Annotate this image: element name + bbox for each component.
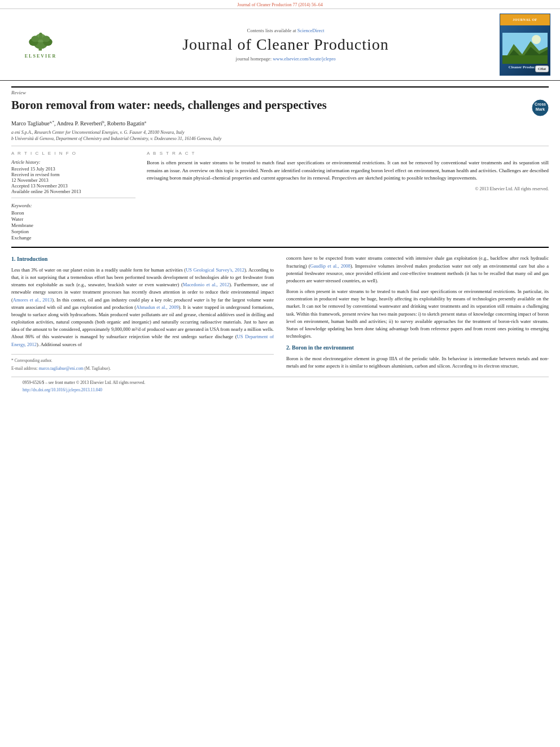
svg-point-7: [39, 32, 42, 36]
article-history-block: Article history: Received 15 July 2013 R…: [11, 159, 135, 194]
journal-title-area: Contents lists available at ScienceDirec…: [80, 28, 491, 62]
cite-usgs: US Geological Survey's, 2012: [186, 267, 244, 273]
intro-para-right-1: concern have to be expected from water s…: [286, 255, 549, 285]
doi-link[interactable]: http://dx.doi.org/10.1016/j.jclepro.2013…: [23, 387, 102, 392]
keywords-block: Keywords: Boron Water Membrane Sorption …: [11, 203, 135, 241]
author2-name: , Andrea P. Reverberi: [54, 120, 102, 126]
footnote-email: E-mail address: marco.tagliabue@eni.com …: [11, 365, 274, 372]
body-right-column: concern have to be expected from water s…: [286, 255, 549, 374]
author3-sup: a: [145, 120, 146, 124]
article-info-header: A R T I C L E I N F O: [11, 151, 135, 156]
affiliation-1: a eni S.p.A., Research Center for Unconv…: [11, 130, 549, 135]
section-type-label: Review: [11, 86, 549, 95]
elsevier-wordmark: ELSEVIER: [25, 54, 56, 59]
keyword-2: Water: [11, 216, 135, 222]
journal-header: ELSEVIER Contents lists available at Sci…: [0, 9, 560, 81]
revised-form-label: Received in revised form: [11, 172, 135, 177]
intro-heading: 1. Introduction: [11, 255, 274, 264]
abstract-header: A B S T R A C T: [147, 151, 549, 156]
email-link[interactable]: marco.tagliabue@eni.com: [39, 366, 84, 371]
keywords-label: Keywords:: [11, 203, 135, 208]
cleaner-production-badge-area: Journal of Cleaner Production CHat: [497, 14, 553, 76]
doi-footer: 0959-6526/$ – see front matter © 2013 El…: [11, 377, 549, 395]
page: Journal of Cleaner Production 77 (2014) …: [0, 0, 560, 747]
info-keywords-divider: [11, 198, 135, 198]
boron-env-para-1: Boron is the most electronegative elemen…: [286, 355, 549, 370]
cite-ahmad: Ahmadun et al., 2009: [136, 304, 178, 310]
article-history-label: Article history:: [11, 159, 135, 165]
revised-date: 12 November 2013: [11, 177, 135, 183]
journal-homepage-line: journal homepage: www.elsevier.com/locat…: [80, 56, 491, 62]
keyword-3: Membrane: [11, 222, 135, 228]
intro-para-1: Less than 3% of water on our planet exis…: [11, 267, 274, 348]
crossmark-badge: Cross Mark: [532, 99, 549, 116]
article-info-column: A R T I C L E I N F O Article history: R…: [11, 151, 135, 241]
svg-point-5: [31, 36, 39, 42]
authors-line: Marco Tagliabuea,*, Andrea P. Reverberib…: [11, 120, 549, 126]
footnote-corresponding: * Corresponding author.: [11, 357, 274, 364]
elsevier-logo: ELSEVIER: [12, 29, 69, 60]
body-columns: 1. Introduction Less than 3% of water on…: [11, 255, 549, 374]
header-body-divider: [11, 146, 549, 146]
cite-gaud: Gaudlip et al., 2008: [310, 263, 351, 269]
footnotes-section: * Corresponding author. E-mail address: …: [11, 354, 274, 372]
badge-top-text: Journal of: [513, 18, 537, 21]
svg-text:Mark: Mark: [536, 107, 545, 111]
crossmark-icon: Cross Mark: [532, 99, 549, 116]
article-title-row: Boron removal from water: needs, challen…: [11, 98, 549, 116]
cite-doe: US Department of Energy, 2012: [11, 334, 274, 347]
journal-banner: Journal of Cleaner Production 77 (2014) …: [0, 0, 560, 9]
main-content: Review Boron removal from water: needs, …: [0, 81, 560, 401]
svg-point-13: [532, 35, 541, 44]
keyword-1: Boron: [11, 210, 135, 216]
abstract-column: A B S T R A C T Boron is often present i…: [147, 151, 549, 241]
article-body: 1. Introduction Less than 3% of water on…: [11, 247, 549, 374]
sciencedirect-link[interactable]: ScienceDirect: [298, 28, 325, 33]
badge-landscape-icon: [502, 33, 548, 64]
body-left-column: 1. Introduction Less than 3% of water on…: [11, 255, 274, 374]
journal-title: Journal of Cleaner Production: [80, 36, 491, 54]
homepage-link[interactable]: www.elsevier.com/locate/jclepro: [273, 56, 335, 62]
svg-rect-12: [502, 55, 548, 64]
accepted-date: Accepted 13 November 2013: [11, 183, 135, 189]
author1-name: Marco Tagliabue: [11, 120, 50, 126]
boron-env-heading: 2. Boron in the environment: [286, 343, 549, 352]
received-date: Received 15 July 2013: [11, 166, 135, 172]
chat-badge[interactable]: CHat: [535, 65, 549, 72]
elsevier-tree-icon: [18, 31, 63, 53]
issn-line: 0959-6526/$ – see front matter © 2013 El…: [23, 380, 537, 385]
elsevier-logo-area: ELSEVIER: [7, 29, 75, 60]
available-online-date: Available online 26 November 2013: [11, 189, 135, 194]
svg-point-6: [42, 36, 50, 42]
keyword-5: Exchange: [11, 235, 135, 241]
article-title-text: Boron removal from water: needs, challen…: [11, 98, 526, 112]
copyright-line: © 2013 Elsevier Ltd. All rights reserved…: [147, 186, 549, 191]
author3-name: , Roberto Bagatin: [104, 120, 145, 126]
author1-sup: a,*: [50, 120, 54, 124]
info-abstract-row: A R T I C L E I N F O Article history: R…: [11, 151, 549, 241]
banner-text: Journal of Cleaner Production 77 (2014) …: [237, 2, 323, 7]
intro-para-right-2: Boron is often present in water streams …: [286, 288, 549, 340]
email-author-name: (M. Tagliabue).: [85, 366, 111, 371]
badge-top-band: Journal of: [500, 14, 550, 25]
svg-text:Cross: Cross: [535, 102, 546, 106]
affiliations: a eni S.p.A., Research Center for Unconv…: [11, 130, 549, 141]
keyword-4: Sorption: [11, 229, 135, 234]
cleaner-production-badge: Journal of Cleaner Production CHat: [500, 14, 550, 76]
badge-image: [502, 33, 548, 64]
cite-mac: Macedonio et al., 2012: [183, 282, 230, 287]
abstract-text: Boron is often present in water streams …: [147, 159, 549, 182]
contents-available-line: Contents lists available at ScienceDirec…: [80, 28, 491, 33]
cite-amores: Amores et al., 2013: [13, 297, 52, 303]
svg-rect-8: [39, 36, 42, 40]
affiliation-2: b Università di Genova, Department of Ch…: [11, 136, 549, 141]
email-label: E-mail address:: [11, 366, 39, 371]
